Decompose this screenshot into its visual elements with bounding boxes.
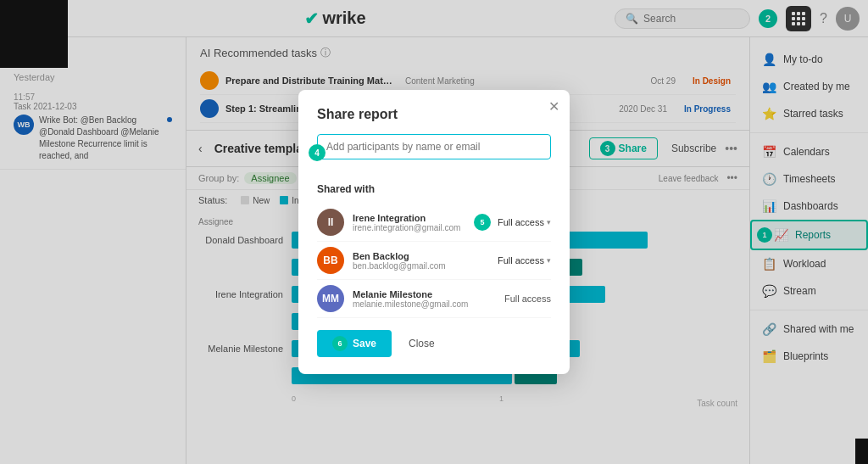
melanie-email: melanie.milestone@gmail.com (353, 299, 496, 309)
irene-chevron-icon: ▾ (547, 218, 551, 226)
corner-bottom-right (855, 439, 868, 464)
irene-email: irene.integration@gmail.com (353, 223, 489, 232)
melanie-avatar: MM (317, 285, 344, 312)
save-badge: 6 (332, 336, 348, 351)
shared-user-irene: II Irene Integration irene.integration@g… (317, 204, 551, 242)
shared-user-melanie: MM Melanie Milestone melanie.milestone@g… (317, 280, 551, 318)
ben-access-dropdown[interactable]: Full access ▾ (498, 255, 551, 266)
corner-top-left (0, 0, 68, 68)
modal-close-text-button[interactable]: Close (400, 332, 443, 355)
irene-info: Irene Integration irene.integration@gmai… (353, 213, 489, 232)
melanie-name: Melanie Milestone (353, 289, 496, 299)
app-container: ☰ ✉ 1 ⌂ ✔ wrike 🔍 2 (0, 0, 868, 464)
irene-name: Irene Integration (353, 213, 489, 223)
save-label: Save (353, 338, 376, 349)
melanie-access-label: Full access (504, 293, 551, 304)
ben-name: Ben Backlog (353, 251, 489, 261)
modal-title: Share report (317, 107, 551, 122)
ben-avatar: BB (317, 247, 344, 274)
shared-user-ben: BB Ben Backlog ben.backlog@gmail.com Ful… (317, 242, 551, 280)
share-report-modal: ✕ Share report 4 Shared with II Irene In… (298, 90, 570, 374)
modal-overlay: ✕ Share report 4 Shared with II Irene In… (0, 0, 868, 464)
ben-chevron-icon: ▾ (547, 256, 551, 265)
access-badge-irene: 5 (474, 214, 491, 231)
ben-access-label: Full access (498, 255, 544, 266)
save-button[interactable]: 6 Save (317, 330, 392, 357)
irene-access-dropdown[interactable]: Full access ▾ (498, 217, 551, 227)
input-badge: 4 (309, 144, 326, 161)
shared-with-label: Shared with (317, 183, 551, 195)
irene-access-label: Full access (498, 217, 544, 227)
modal-close-button[interactable]: ✕ (548, 98, 559, 115)
ben-email: ben.backlog@gmail.com (353, 261, 489, 271)
irene-access-wrapper: 5 Full access ▾ (498, 217, 551, 227)
irene-avatar: II (317, 209, 344, 236)
modal-input-wrapper: 4 (317, 134, 551, 171)
add-participants-input[interactable] (317, 134, 551, 159)
modal-footer: 6 Save Close (317, 330, 551, 357)
ben-info: Ben Backlog ben.backlog@gmail.com (353, 251, 489, 271)
melanie-info: Melanie Milestone melanie.milestone@gmai… (353, 289, 496, 309)
